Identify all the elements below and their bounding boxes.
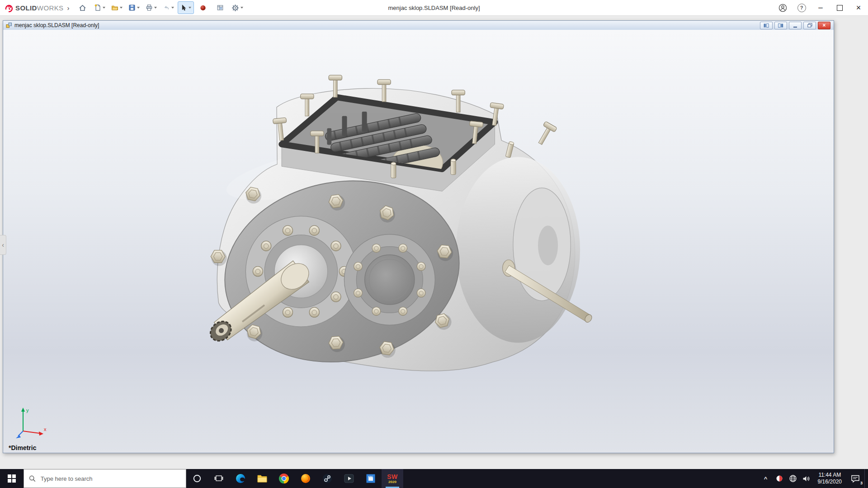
view-orientation-label: *Dimetric <box>9 444 36 451</box>
home-icon <box>79 4 86 12</box>
brand-bold: SOLID <box>15 4 37 12</box>
movies-tv-button[interactable] <box>360 469 382 488</box>
app-titlebar: SOLIDWORKS › <box>0 0 868 16</box>
doc-span-right-button[interactable] <box>774 22 787 29</box>
show-desktop-button[interactable] <box>864 469 868 488</box>
task-pane-expand-tab[interactable]: ‹ <box>0 235 6 255</box>
firefox-browser-button[interactable] <box>295 469 316 488</box>
steam-button[interactable] <box>316 469 338 488</box>
span-left-icon <box>764 23 769 28</box>
restore-icon <box>807 23 812 28</box>
edge-browser-button[interactable] <box>230 469 251 488</box>
edge-icon <box>235 473 246 484</box>
search-icon <box>29 475 36 482</box>
gearbox-assembly-model[interactable] <box>3 30 834 453</box>
search-input[interactable] <box>40 475 181 483</box>
system-tray: ^ 11:44 AM 9/16/2020 <box>759 469 868 488</box>
open-button[interactable] <box>109 1 125 14</box>
tray-app-button[interactable] <box>773 469 786 488</box>
minimize-icon: – <box>818 5 822 10</box>
account-button[interactable] <box>773 0 792 15</box>
assembly-icon <box>6 22 12 28</box>
cortana-icon <box>193 474 202 483</box>
close-window-button[interactable]: × <box>849 0 868 15</box>
orientation-triad: y x <box>14 406 49 441</box>
xpress-products-button[interactable] <box>195 1 211 14</box>
media-player-button[interactable] <box>338 469 360 488</box>
action-center-icon <box>851 474 860 483</box>
media-player-icon <box>344 473 354 484</box>
minimize-window-button[interactable]: – <box>811 0 830 15</box>
graphics-viewport[interactable]: y x *Dimetric <box>3 30 834 453</box>
dropdown-caret-icon[interactable] <box>171 7 174 9</box>
select-tool-button[interactable] <box>178 1 194 14</box>
network-globe-icon <box>789 474 797 483</box>
triad-x-label: x <box>44 427 47 432</box>
app-window-title: menjac sklop.SLDASM [Read-only] <box>388 0 480 15</box>
windows-logo-icon <box>8 474 16 483</box>
dropdown-caret-icon[interactable] <box>241 7 243 9</box>
volume-button[interactable] <box>800 469 813 488</box>
solidworks-logo: SOLIDWORKS <box>0 3 66 12</box>
taskbar-search[interactable] <box>24 469 186 488</box>
dropdown-caret-icon[interactable] <box>120 7 123 9</box>
taskbar-clock[interactable]: 11:44 AM 9/16/2020 <box>813 472 846 485</box>
new-document-icon <box>94 4 101 11</box>
task-view-button[interactable] <box>208 469 230 488</box>
help-button[interactable]: ? <box>792 0 811 15</box>
doc-minimize-button[interactable] <box>789 22 802 29</box>
doc-restore-button[interactable] <box>803 22 816 29</box>
cortana-button[interactable] <box>186 469 208 488</box>
solidworks-taskbar-button[interactable]: SW 2020 <box>382 469 403 488</box>
maximize-icon <box>837 5 843 11</box>
chevron-left-icon: ‹ <box>2 241 4 249</box>
options-button[interactable] <box>229 1 245 14</box>
properties-button[interactable] <box>212 1 228 14</box>
file-explorer-icon <box>257 474 268 483</box>
dropdown-caret-icon[interactable] <box>103 7 105 9</box>
maximize-window-button[interactable] <box>830 0 849 15</box>
home-button[interactable] <box>75 1 91 14</box>
solidworks-logo-mark <box>5 3 14 12</box>
doc-span-left-button[interactable] <box>760 22 773 29</box>
print-button[interactable] <box>143 1 160 14</box>
taskbar: SW 2020 ^ 11:44 AM <box>0 469 868 488</box>
triad-y-label: y <box>26 408 29 413</box>
select-cursor-icon <box>180 4 187 11</box>
open-folder-icon <box>111 4 118 11</box>
doc-close-button[interactable]: × <box>818 22 830 29</box>
firefox-icon <box>300 473 311 484</box>
undo-button[interactable] <box>160 1 177 14</box>
close-icon: × <box>822 23 826 28</box>
new-document-button[interactable] <box>92 1 108 14</box>
help-icon: ? <box>797 4 806 12</box>
clock-time: 11:44 AM <box>818 472 841 479</box>
dropdown-caret-icon[interactable] <box>154 7 157 9</box>
start-button[interactable] <box>0 469 24 488</box>
document-titlebar[interactable]: menjac sklop.SLDASM [Read-only] <box>3 21 834 30</box>
close-icon: × <box>856 3 861 13</box>
options-gear-icon <box>231 4 239 12</box>
clock-date: 9/16/2020 <box>818 479 842 485</box>
chrome-icon <box>278 473 289 484</box>
action-center-button[interactable]: 3 <box>846 469 864 488</box>
chrome-browser-button[interactable] <box>273 469 295 488</box>
red-sphere-icon <box>199 4 207 11</box>
tray-app-icon <box>776 475 783 482</box>
dropdown-caret-icon[interactable] <box>137 7 140 9</box>
minimize-icon <box>793 27 797 28</box>
file-explorer-button[interactable] <box>251 469 273 488</box>
network-button[interactable] <box>786 469 800 488</box>
task-view-icon <box>214 475 223 482</box>
document-window: menjac sklop.SLDASM [Read-only] <box>3 20 834 453</box>
solidworks-app-icon: SW 2020 <box>387 474 398 484</box>
titlebar-right-controls: ? – × <box>773 0 868 15</box>
chevron-up-icon: ^ <box>764 475 768 482</box>
document-window-controls: × <box>760 22 832 29</box>
dropdown-caret-icon[interactable] <box>189 7 191 9</box>
solidworks-year-badge: 2020 <box>388 480 396 484</box>
document-title: menjac sklop.SLDASM [Read-only] <box>14 22 99 28</box>
menu-expand-icon[interactable]: › <box>67 4 70 12</box>
save-button[interactable] <box>126 1 142 14</box>
tray-expand-button[interactable]: ^ <box>759 469 773 488</box>
